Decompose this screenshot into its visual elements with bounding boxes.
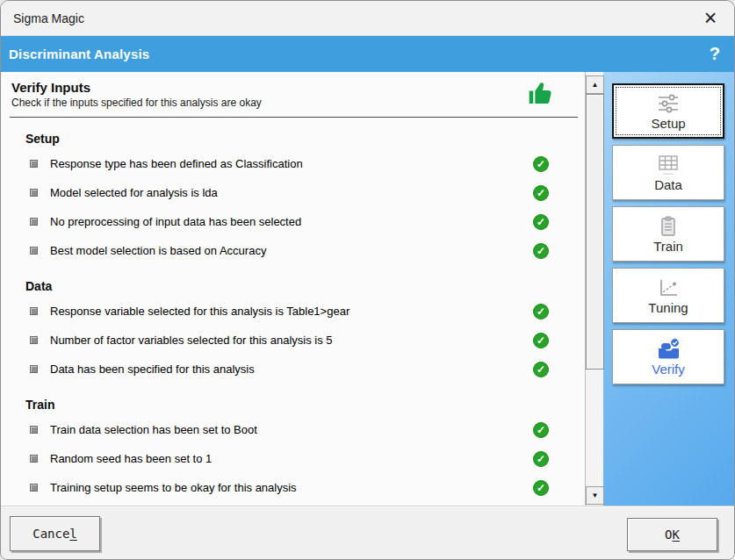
section-data: Data Response variable selected for this… [1, 279, 585, 384]
help-icon[interactable]: ? [710, 44, 720, 64]
checklist-text: Training setup seems to be okay for this… [50, 481, 297, 494]
footer-bar: Cancel OK [1, 506, 734, 559]
checklist-row: Train data selection has been set to Boo… [1, 415, 585, 444]
window-title: Sigma Magic [13, 11, 84, 25]
checklist-row: Training setup seems to be okay for this… [1, 473, 585, 502]
dialog-window: Sigma Magic × Discriminant Analysis ? Ve… [0, 0, 735, 560]
checklist-row: Random seed has been set to 1 ✓ [1, 444, 585, 473]
clipboard-icon [658, 215, 679, 238]
dialog-title: Discriminant Analysis [9, 47, 149, 61]
check-circle-icon: ✓ [533, 451, 549, 467]
checklist-row: No preprocessing of input data has been … [1, 207, 585, 236]
check-circle-icon: ✓ [533, 362, 549, 377]
check-circle-icon: ✓ [533, 243, 549, 259]
dialog-header: Discriminant Analysis ? [1, 36, 734, 72]
checklist-text: Response type has been defined as Classi… [50, 157, 303, 170]
check-circle-icon: ✓ [533, 156, 549, 172]
checklist-text: Train data selection has been set to Boo… [50, 423, 257, 436]
check-circle-icon: ✓ [533, 304, 549, 319]
thumbs-up-icon [526, 79, 556, 111]
checklist-text: Number of factor variables selected for … [50, 334, 333, 347]
page-title: Verify Inputs [11, 80, 573, 95]
checklist-row: Number of factor variables selected for … [1, 326, 585, 355]
table-icon [656, 154, 681, 176]
square-bullet-icon [30, 365, 38, 373]
square-bullet-icon [30, 307, 38, 315]
square-bullet-icon [30, 247, 38, 255]
panel-header: Verify Inputs Check if the inputs specif… [1, 72, 585, 117]
cancel-button-label: Cancel [32, 527, 77, 541]
checklist-text: Best model selection is based on Accurac… [50, 244, 266, 257]
checklist-text: Response variable selected for this anal… [50, 305, 349, 318]
check-circle-icon: ✓ [533, 480, 549, 496]
checklist-text: Model selected for analysis is lda [50, 186, 218, 199]
square-bullet-icon [30, 189, 38, 197]
section-title: Data [25, 279, 585, 293]
sidebar-button-label: Setup [651, 116, 685, 131]
close-icon[interactable]: × [695, 4, 725, 33]
ok-button[interactable]: OK [627, 518, 717, 551]
checklist-row: Model selected for analysis is lda ✓ [1, 178, 585, 207]
square-bullet-icon [30, 160, 38, 168]
sidebar-button-label: Verify [652, 362, 685, 377]
checklist-text: Random seed has been set to 1 [50, 452, 212, 465]
section-setup: Setup Response type has been defined as … [1, 132, 585, 265]
check-circle-icon: ✓ [533, 333, 549, 348]
ok-button-label: OK [665, 528, 680, 542]
checklist-row: Data has been specified for this analysi… [1, 355, 585, 384]
header-divider [10, 117, 578, 118]
line-chart-icon [657, 276, 680, 299]
checklist-text: No preprocessing of input data has been … [50, 215, 301, 228]
square-bullet-icon [30, 455, 38, 463]
sidebar-button-verify[interactable]: Verify [612, 329, 724, 384]
sidebar-button-setup[interactable]: Setup [612, 83, 724, 139]
square-bullet-icon [30, 336, 38, 344]
square-bullet-icon [30, 484, 38, 492]
section-train: Train Train data selection has been set … [1, 398, 585, 502]
scroll-up-icon[interactable]: ▲ [586, 75, 604, 94]
step-sidebar: Setup Data [603, 72, 734, 506]
title-bar: Sigma Magic × [1, 1, 734, 36]
sliders-icon [656, 92, 681, 115]
sidebar-button-data[interactable]: Data [612, 145, 724, 200]
sidebar-button-label: Tuning [648, 300, 688, 315]
page-subtitle: Check if the inputs specified for this a… [11, 97, 573, 117]
verify-panel: Verify Inputs Check if the inputs specif… [1, 72, 585, 506]
cancel-button[interactable]: Cancel [10, 516, 100, 551]
sidebar-button-label: Train [653, 239, 683, 254]
inbox-check-icon [654, 338, 682, 361]
square-bullet-icon [30, 218, 38, 226]
sidebar-button-tuning[interactable]: Tuning [612, 268, 724, 323]
sidebar-button-train[interactable]: Train [612, 206, 724, 262]
square-bullet-icon [30, 426, 38, 434]
checklist-row: Response type has been defined as Classi… [1, 149, 585, 178]
checklist-text: Data has been specified for this analysi… [50, 363, 255, 376]
section-title: Train [25, 398, 585, 412]
scroll-down-icon[interactable]: ▼ [586, 486, 604, 505]
vertical-scrollbar[interactable]: ▲ ▼ [585, 72, 603, 506]
check-circle-icon: ✓ [533, 185, 549, 201]
sidebar-button-label: Data [654, 177, 682, 192]
check-circle-icon: ✓ [533, 214, 549, 230]
checklist-row: Response variable selected for this anal… [1, 297, 585, 326]
check-circle-icon: ✓ [533, 422, 549, 438]
scrollbar-thumb[interactable] [586, 94, 604, 370]
section-title: Setup [25, 132, 585, 146]
main-area: Verify Inputs Check if the inputs specif… [1, 72, 734, 506]
checklist-row: Best model selection is based on Accurac… [1, 236, 585, 265]
